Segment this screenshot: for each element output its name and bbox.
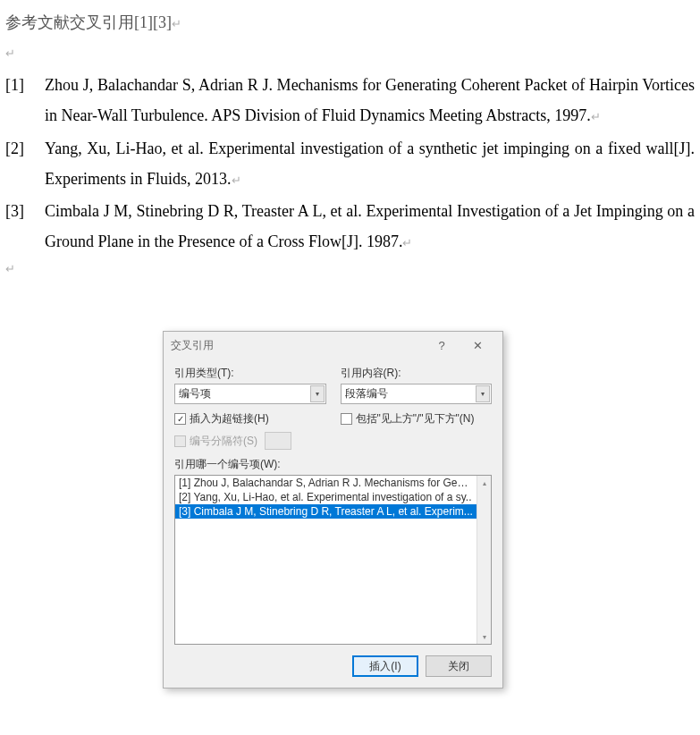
reference-number: [1] <box>5 70 45 131</box>
ref-type-label: 引用类型(T): <box>174 366 326 381</box>
dialog-body: 引用类型(T): 编号项 ▾ 引用内容(R): 段落编号 ▾ ✓ 插入为超链接(… <box>164 359 502 688</box>
which-item-label: 引用哪一个编号项(W): <box>174 457 492 472</box>
heading-text: 参考文献交叉引用[1][3] <box>5 13 172 31</box>
close-icon[interactable]: ✕ <box>460 333 495 358</box>
paragraph-mark-icon: ↵ <box>5 262 15 275</box>
include-above-below-checkbox[interactable]: 包括"见上方"/"见下方"(N) <box>341 411 493 427</box>
insert-hyperlink-checkbox[interactable]: ✓ 插入为超链接(H) <box>174 411 326 427</box>
checkbox-checked-icon: ✓ <box>174 413 186 425</box>
num-separator-input <box>265 432 291 450</box>
reference-item: [2] Yang, Xu, Li-Hao, et al. Experimenta… <box>5 133 695 194</box>
checkbox-unchecked-icon <box>341 413 352 425</box>
scroll-track[interactable] <box>477 490 491 629</box>
ref-type-value: 编号项 <box>179 386 310 401</box>
reference-text: Zhou J, Balachandar S, Adrian R J. Mecha… <box>45 70 695 131</box>
dialog-title: 交叉引用 <box>171 338 424 353</box>
help-button[interactable]: ? <box>424 333 460 358</box>
paragraph-mark-icon: ↵ <box>232 173 241 187</box>
reference-text: Cimbala J M, Stinebring D R, Treaster A … <box>45 196 695 257</box>
list-item[interactable]: [1] Zhou J, Balachandar S, Adrian R J. M… <box>175 476 477 490</box>
reference-item: [3] Cimbala J M, Stinebring D R, Treaste… <box>5 196 695 257</box>
scroll-down-icon[interactable]: ▾ <box>477 629 491 644</box>
scroll-up-icon[interactable]: ▴ <box>477 476 491 490</box>
scrollbar[interactable]: ▴ ▾ <box>477 476 491 644</box>
chevron-down-icon[interactable]: ▾ <box>476 385 490 402</box>
list-item-selected[interactable]: [3] Cimbala J M, Stinebring D R, Treaste… <box>175 504 477 519</box>
reference-listbox[interactable]: [1] Zhou J, Balachandar S, Adrian R J. M… <box>174 475 492 645</box>
empty-paragraph: ↵ <box>5 43 695 70</box>
ref-content-combo[interactable]: 段落编号 ▾ <box>341 384 493 404</box>
reference-item: [1] Zhou J, Balachandar S, Adrian R J. M… <box>5 70 695 131</box>
ref-content-value: 段落编号 <box>345 386 477 401</box>
paragraph-mark-icon: ↵ <box>402 236 412 249</box>
insert-hyperlink-label: 插入为超链接(H) <box>190 411 269 427</box>
include-above-below-label: 包括"见上方"/"见下方"(N) <box>356 411 475 427</box>
document-area: 参考文献交叉引用[1][3]↵ ↵ [1] Zhou J, Balachanda… <box>0 0 700 292</box>
chevron-down-icon[interactable]: ▾ <box>310 385 325 402</box>
document-heading: 参考文献交叉引用[1][3]↵ <box>5 7 695 38</box>
close-button[interactable]: 关闭 <box>426 655 492 677</box>
num-separator-checkbox: 编号分隔符(S) <box>174 432 326 450</box>
paragraph-mark-icon: ↵ <box>5 46 15 60</box>
empty-paragraph: ↵ <box>5 258 695 285</box>
cross-reference-dialog: 交叉引用 ? ✕ 引用类型(T): 编号项 ▾ 引用内容(R): 段落编号 ▾ <box>163 331 503 689</box>
paragraph-mark-icon: ↵ <box>591 110 601 123</box>
reference-text: Yang, Xu, Li-Hao, et al. Experimental in… <box>45 133 695 194</box>
paragraph-mark-icon: ↵ <box>172 17 181 30</box>
ref-type-combo[interactable]: 编号项 ▾ <box>174 384 326 404</box>
reference-number: [3] <box>5 196 45 257</box>
dialog-titlebar[interactable]: 交叉引用 ? ✕ <box>164 332 502 359</box>
ref-content-label: 引用内容(R): <box>341 366 493 381</box>
num-separator-label: 编号分隔符(S) <box>190 434 257 449</box>
reference-number: [2] <box>5 133 45 194</box>
list-item[interactable]: [2] Yang, Xu, Li-Hao, et al. Experimenta… <box>175 490 477 504</box>
checkbox-disabled-icon <box>174 435 186 447</box>
insert-button[interactable]: 插入(I) <box>352 655 418 677</box>
